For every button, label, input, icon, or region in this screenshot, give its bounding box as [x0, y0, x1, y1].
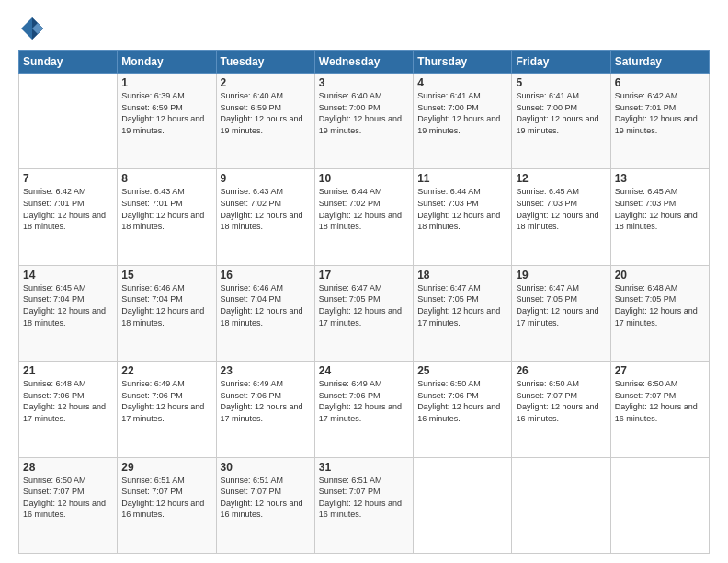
day-cell: 28Sunrise: 6:50 AMSunset: 7:07 PMDayligh…	[19, 457, 118, 553]
day-cell	[610, 457, 709, 553]
day-cell: 9Sunrise: 6:43 AMSunset: 7:02 PMDaylight…	[216, 169, 314, 265]
day-info: Sunrise: 6:46 AMSunset: 7:04 PMDaylight:…	[121, 282, 211, 328]
day-info: Sunrise: 6:41 AMSunset: 7:00 PMDaylight:…	[417, 90, 507, 136]
day-cell	[512, 457, 610, 553]
day-info: Sunrise: 6:45 AMSunset: 7:03 PMDaylight:…	[516, 186, 606, 232]
day-cell: 26Sunrise: 6:50 AMSunset: 7:07 PMDayligh…	[512, 362, 610, 457]
day-info: Sunrise: 6:44 AMSunset: 7:03 PMDaylight:…	[417, 186, 507, 232]
day-cell: 15Sunrise: 6:46 AMSunset: 7:04 PMDayligh…	[118, 265, 216, 361]
day-info: Sunrise: 6:45 AMSunset: 7:04 PMDaylight:…	[23, 282, 113, 328]
day-info: Sunrise: 6:42 AMSunset: 7:01 PMDaylight:…	[615, 90, 705, 136]
day-cell: 12Sunrise: 6:45 AMSunset: 7:03 PMDayligh…	[512, 169, 610, 265]
calendar-body: 1Sunrise: 6:39 AMSunset: 6:59 PMDaylight…	[19, 74, 710, 554]
day-cell: 21Sunrise: 6:48 AMSunset: 7:06 PMDayligh…	[19, 362, 118, 457]
day-number: 1	[121, 76, 211, 89]
header-row: SundayMondayTuesdayWednesdayThursdayFrid…	[19, 51, 710, 74]
day-number: 7	[23, 172, 113, 185]
day-number: 2	[221, 76, 311, 89]
day-cell: 10Sunrise: 6:44 AMSunset: 7:02 PMDayligh…	[314, 169, 413, 265]
header-day-sunday: Sunday	[19, 51, 118, 74]
calendar-table: SundayMondayTuesdayWednesdayThursdayFrid…	[18, 50, 710, 554]
day-cell: 25Sunrise: 6:50 AMSunset: 7:06 PMDayligh…	[414, 362, 512, 457]
day-cell: 2Sunrise: 6:40 AMSunset: 6:59 PMDaylight…	[216, 74, 314, 169]
day-info: Sunrise: 6:41 AMSunset: 7:00 PMDaylight:…	[516, 90, 606, 136]
day-info: Sunrise: 6:49 AMSunset: 7:06 PMDaylight:…	[319, 378, 409, 424]
day-number: 13	[615, 172, 705, 185]
day-number: 25	[417, 364, 507, 377]
day-info: Sunrise: 6:47 AMSunset: 7:05 PMDaylight:…	[319, 282, 409, 328]
day-info: Sunrise: 6:48 AMSunset: 7:05 PMDaylight:…	[615, 282, 705, 328]
day-info: Sunrise: 6:46 AMSunset: 7:04 PMDaylight:…	[221, 282, 311, 328]
day-number: 26	[516, 364, 606, 377]
header-day-tuesday: Tuesday	[216, 51, 314, 74]
day-info: Sunrise: 6:47 AMSunset: 7:05 PMDaylight:…	[516, 282, 606, 328]
day-cell: 24Sunrise: 6:49 AMSunset: 7:06 PMDayligh…	[314, 362, 413, 457]
week-row-2: 14Sunrise: 6:45 AMSunset: 7:04 PMDayligh…	[19, 265, 710, 361]
day-cell: 14Sunrise: 6:45 AMSunset: 7:04 PMDayligh…	[19, 265, 118, 361]
day-info: Sunrise: 6:48 AMSunset: 7:06 PMDaylight:…	[23, 378, 113, 424]
header-day-monday: Monday	[118, 51, 216, 74]
page: SundayMondayTuesdayWednesdayThursdayFrid…	[0, 0, 728, 563]
day-info: Sunrise: 6:51 AMSunset: 7:07 PMDaylight:…	[221, 475, 311, 521]
day-number: 27	[615, 364, 705, 377]
day-number: 29	[121, 461, 211, 474]
day-cell: 3Sunrise: 6:40 AMSunset: 7:00 PMDaylight…	[314, 74, 413, 169]
day-number: 8	[121, 172, 211, 185]
day-number: 14	[23, 269, 113, 282]
day-info: Sunrise: 6:40 AMSunset: 6:59 PMDaylight:…	[221, 90, 311, 136]
day-info: Sunrise: 6:50 AMSunset: 7:07 PMDaylight:…	[23, 475, 113, 521]
header	[18, 15, 710, 42]
day-number: 21	[23, 364, 113, 377]
week-row-1: 7Sunrise: 6:42 AMSunset: 7:01 PMDaylight…	[19, 169, 710, 265]
day-cell: 13Sunrise: 6:45 AMSunset: 7:03 PMDayligh…	[610, 169, 709, 265]
calendar-header: SundayMondayTuesdayWednesdayThursdayFrid…	[19, 51, 710, 74]
day-cell: 20Sunrise: 6:48 AMSunset: 7:05 PMDayligh…	[610, 265, 709, 361]
day-info: Sunrise: 6:50 AMSunset: 7:07 PMDaylight:…	[615, 378, 705, 424]
day-cell: 23Sunrise: 6:49 AMSunset: 7:06 PMDayligh…	[216, 362, 314, 457]
day-info: Sunrise: 6:45 AMSunset: 7:03 PMDaylight:…	[615, 186, 705, 232]
day-number: 19	[516, 269, 606, 282]
day-number: 3	[319, 76, 409, 89]
day-info: Sunrise: 6:44 AMSunset: 7:02 PMDaylight:…	[319, 186, 409, 232]
header-day-thursday: Thursday	[414, 51, 512, 74]
day-info: Sunrise: 6:49 AMSunset: 7:06 PMDaylight:…	[221, 378, 311, 424]
day-number: 24	[319, 364, 409, 377]
day-number: 4	[417, 76, 507, 89]
day-number: 9	[221, 172, 311, 185]
day-info: Sunrise: 6:43 AMSunset: 7:01 PMDaylight:…	[121, 186, 211, 232]
day-number: 23	[221, 364, 311, 377]
day-number: 6	[615, 76, 705, 89]
week-row-3: 21Sunrise: 6:48 AMSunset: 7:06 PMDayligh…	[19, 362, 710, 457]
logo	[18, 15, 50, 42]
week-row-0: 1Sunrise: 6:39 AMSunset: 6:59 PMDaylight…	[19, 74, 710, 169]
day-info: Sunrise: 6:47 AMSunset: 7:05 PMDaylight:…	[417, 282, 507, 328]
day-cell: 16Sunrise: 6:46 AMSunset: 7:04 PMDayligh…	[216, 265, 314, 361]
day-info: Sunrise: 6:50 AMSunset: 7:07 PMDaylight:…	[516, 378, 606, 424]
day-cell	[414, 457, 512, 553]
day-cell: 17Sunrise: 6:47 AMSunset: 7:05 PMDayligh…	[314, 265, 413, 361]
day-cell: 11Sunrise: 6:44 AMSunset: 7:03 PMDayligh…	[414, 169, 512, 265]
day-number: 17	[319, 269, 409, 282]
week-row-4: 28Sunrise: 6:50 AMSunset: 7:07 PMDayligh…	[19, 457, 710, 553]
day-info: Sunrise: 6:51 AMSunset: 7:07 PMDaylight:…	[319, 475, 409, 521]
day-cell: 8Sunrise: 6:43 AMSunset: 7:01 PMDaylight…	[118, 169, 216, 265]
day-cell: 22Sunrise: 6:49 AMSunset: 7:06 PMDayligh…	[118, 362, 216, 457]
header-day-wednesday: Wednesday	[314, 51, 413, 74]
day-number: 15	[121, 269, 211, 282]
day-number: 22	[121, 364, 211, 377]
header-day-friday: Friday	[512, 51, 610, 74]
day-number: 10	[319, 172, 409, 185]
day-cell: 30Sunrise: 6:51 AMSunset: 7:07 PMDayligh…	[216, 457, 314, 553]
day-number: 12	[516, 172, 606, 185]
day-info: Sunrise: 6:42 AMSunset: 7:01 PMDaylight:…	[23, 186, 113, 232]
day-number: 16	[221, 269, 311, 282]
day-cell: 5Sunrise: 6:41 AMSunset: 7:00 PMDaylight…	[512, 74, 610, 169]
day-cell	[19, 74, 118, 169]
day-cell: 29Sunrise: 6:51 AMSunset: 7:07 PMDayligh…	[118, 457, 216, 553]
day-cell: 6Sunrise: 6:42 AMSunset: 7:01 PMDaylight…	[610, 74, 709, 169]
day-cell: 31Sunrise: 6:51 AMSunset: 7:07 PMDayligh…	[314, 457, 413, 553]
header-day-saturday: Saturday	[610, 51, 709, 74]
day-number: 28	[23, 461, 113, 474]
day-cell: 4Sunrise: 6:41 AMSunset: 7:00 PMDaylight…	[414, 74, 512, 169]
day-cell: 18Sunrise: 6:47 AMSunset: 7:05 PMDayligh…	[414, 265, 512, 361]
